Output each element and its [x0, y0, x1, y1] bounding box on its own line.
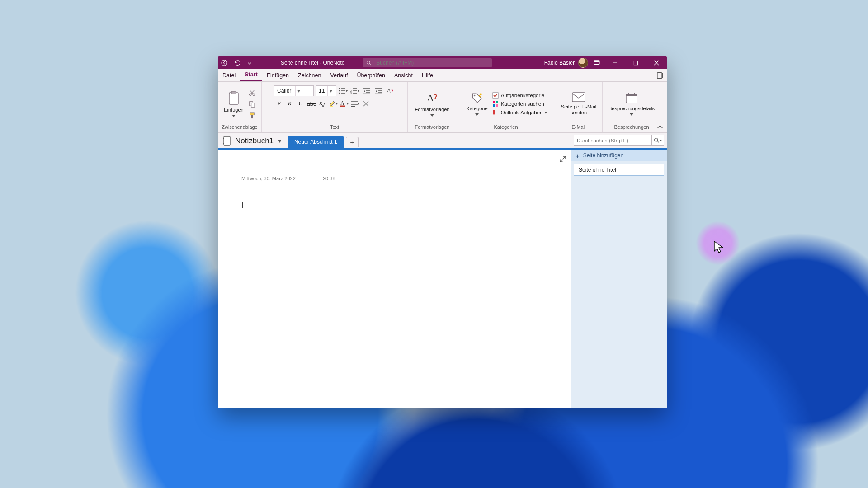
highlight-button[interactable]: ▾ — [328, 99, 338, 108]
svg-rect-58 — [496, 104, 498, 107]
title-bar: Seite ohne Titel - OneNote Fabio Basler — [218, 56, 667, 69]
note-canvas[interactable]: Mittwoch, 30. März 2022 20:38 | — [218, 150, 571, 408]
meeting-details-button[interactable]: Besprechungsdetails — [607, 91, 656, 117]
tab-ansicht[interactable]: Ansicht — [390, 70, 417, 81]
notebook-search-button[interactable]: ▾ — [651, 135, 664, 145]
align-button[interactable]: ▾ — [350, 99, 360, 108]
delete-button[interactable] — [361, 99, 371, 108]
group-formatvorlagen: A Formatvorlagen Formatvorlagen — [408, 82, 457, 132]
clear-formatting-button[interactable]: A — [385, 86, 395, 96]
notebook-bar: Notizbuch1 ▼ Neuer Abschnitt 1 + ▾ — [218, 133, 667, 150]
svg-point-68 — [655, 138, 658, 141]
kategorie-button[interactable]: Kategorie — [465, 91, 490, 117]
svg-rect-6 — [634, 61, 637, 65]
notes-button[interactable] — [653, 69, 667, 81]
list-ol-icon: 123 — [350, 88, 358, 94]
font-color-button[interactable]: A▾ — [339, 99, 349, 108]
font-size-select[interactable]: 11▾ — [316, 85, 336, 96]
strike-button[interactable]: abc — [307, 99, 316, 108]
page-title-input[interactable] — [237, 171, 368, 171]
cut-button[interactable] — [247, 88, 257, 98]
font-name-select[interactable]: Calibri▾ — [274, 85, 314, 96]
svg-rect-59 — [572, 93, 585, 102]
ribbon: Einfügen Zwisc — [218, 82, 667, 133]
add-section-button[interactable]: + — [346, 137, 359, 147]
italic-button[interactable]: K — [285, 99, 295, 108]
svg-rect-10 — [662, 73, 663, 78]
kategorien-suchen-button[interactable]: Kategorien suchen — [492, 101, 547, 107]
svg-point-13 — [250, 94, 251, 95]
notebook-name: Notizbuch1 — [235, 136, 274, 145]
maximize-button[interactable] — [625, 56, 646, 69]
svg-rect-63 — [634, 93, 635, 95]
section-tab[interactable]: Neuer Abschnitt 1 — [288, 136, 344, 148]
format-painter-button[interactable] — [247, 110, 257, 120]
undo-button[interactable] — [231, 56, 243, 69]
user-avatar — [578, 58, 588, 68]
group-label: E-Mail — [571, 124, 585, 131]
tab-start[interactable]: Start — [240, 69, 262, 81]
svg-rect-12 — [231, 91, 236, 94]
outlook-aufgaben-button[interactable]: Outlook-Aufgaben ▾ — [492, 109, 547, 116]
page-list-item[interactable]: Seite ohne Titel — [574, 164, 664, 176]
tab-hilfe[interactable]: Hilfe — [417, 70, 438, 81]
notebook-search[interactable]: ▾ — [574, 135, 664, 146]
underline-button[interactable]: U — [296, 99, 306, 108]
svg-rect-64 — [224, 136, 230, 145]
tab-verlauf[interactable]: Verlauf — [326, 70, 352, 81]
account-area[interactable]: Fabio Basler — [544, 58, 589, 68]
svg-rect-57 — [493, 104, 495, 107]
align-left-icon — [351, 101, 358, 107]
qattoolbar-dropdown[interactable] — [243, 56, 256, 69]
close-button[interactable] — [646, 56, 667, 69]
fullscreen-toggle[interactable] — [560, 156, 566, 162]
tab-einfuegen[interactable]: Einfügen — [262, 70, 293, 81]
copy-button[interactable] — [247, 99, 257, 109]
page-time: 20:38 — [323, 176, 335, 181]
paste-button[interactable]: Einfügen — [222, 90, 245, 118]
svg-rect-3 — [594, 61, 599, 65]
eraser-a-icon: A — [387, 88, 394, 94]
list-ul-icon — [339, 88, 346, 94]
tab-ueberpruefen[interactable]: Überprüfen — [352, 70, 390, 81]
svg-rect-65 — [223, 138, 224, 139]
svg-rect-54 — [493, 93, 498, 98]
back-button[interactable] — [218, 56, 231, 69]
notebook-picker[interactable]: Notizbuch1 ▼ — [218, 136, 288, 148]
window-title: Seite ohne Titel - OneNote — [281, 60, 344, 66]
group-label: Formatvorlagen — [415, 124, 449, 131]
notebook-search-input[interactable] — [574, 138, 651, 143]
onenote-window: Seite ohne Titel - OneNote Fabio Basler … — [218, 56, 667, 408]
tag-icon — [471, 92, 483, 104]
paste-label: Einfügen — [224, 107, 243, 113]
indent-button[interactable] — [373, 86, 383, 96]
email-page-button[interactable]: Seite per E-Mail senden — [558, 91, 599, 116]
tab-zeichnen[interactable]: Zeichnen — [293, 70, 326, 81]
svg-point-22 — [339, 90, 340, 92]
minimize-button[interactable] — [604, 56, 625, 69]
ribbon-tabs: Datei Start Einfügen Zeichnen Verlauf Üb… — [218, 69, 667, 82]
styles-button[interactable]: A Formatvorlagen — [413, 90, 451, 117]
tab-datei[interactable]: Datei — [218, 70, 240, 81]
chevron-down-icon: ▼ — [277, 138, 283, 144]
aufgabenkategorie-button[interactable]: Aufgabenkategorie — [492, 92, 547, 99]
group-text: Calibri▾ 11▾ ▾ 123▾ A F K U abc x₂▾ — [262, 82, 408, 132]
titlebar-search[interactable] — [363, 58, 492, 67]
copy-icon — [249, 101, 255, 108]
titlebar-search-input[interactable] — [375, 59, 488, 66]
numbering-button[interactable]: 123▾ — [350, 86, 360, 96]
bold-button[interactable]: F — [274, 99, 284, 108]
svg-rect-20 — [251, 115, 253, 118]
svg-rect-19 — [250, 112, 254, 115]
group-kategorien: Kategorie Aufgabenkategorie Kategorien s… — [457, 82, 555, 132]
subscript-button[interactable]: x₂▾ — [317, 99, 327, 108]
svg-line-69 — [657, 141, 659, 142]
paintbrush-icon — [249, 112, 255, 119]
collapse-ribbon-button[interactable] — [656, 122, 664, 131]
page-list-panel: Seite hinzufügen Seite ohne Titel — [571, 150, 667, 408]
ribbon-display-options[interactable] — [589, 56, 604, 69]
bullets-button[interactable]: ▾ — [338, 86, 348, 96]
add-page-button[interactable]: Seite hinzufügen — [571, 150, 667, 161]
outdent-button[interactable] — [362, 86, 372, 96]
group-label: Zwischenablage — [222, 124, 258, 131]
